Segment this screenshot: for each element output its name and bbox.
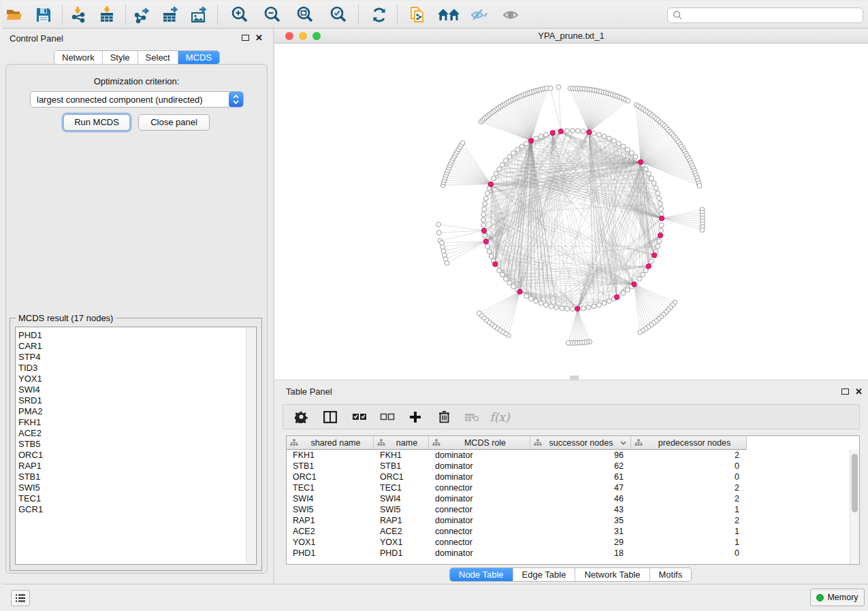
status-bar: Memory xyxy=(3,584,868,607)
delete-table-icon xyxy=(464,409,480,425)
result-item[interactable]: SRD1 xyxy=(18,395,244,406)
split-columns-icon[interactable] xyxy=(322,409,338,425)
tab-select[interactable]: Select xyxy=(138,51,178,64)
refresh-layout-icon[interactable] xyxy=(368,4,391,26)
result-item[interactable]: GCR1 xyxy=(18,504,244,515)
main-toolbar xyxy=(3,1,868,29)
result-item[interactable]: PHD1 xyxy=(18,330,244,341)
tab-motifs[interactable]: Motifs xyxy=(650,568,692,581)
table-row[interactable]: SWI4SWI4dominator462 xyxy=(287,493,859,504)
tab-mcds[interactable]: MCDS xyxy=(178,51,219,64)
first-neighbors-icon[interactable] xyxy=(437,4,460,26)
column-header-MCDS-role[interactable]: MCDS role xyxy=(429,436,530,450)
export-image-icon[interactable] xyxy=(187,4,210,26)
import-table-icon[interactable] xyxy=(95,4,118,26)
result-item[interactable]: ACE2 xyxy=(18,428,244,439)
close-table-panel-icon[interactable]: ✕ xyxy=(855,388,863,395)
mcds-result-list[interactable]: PHD1CAR1STP4TID3YOX1SWI4SRD1PMA2FKH1ACE2… xyxy=(15,327,257,565)
list-scrollbar[interactable] xyxy=(246,328,255,563)
zoom-in-icon[interactable] xyxy=(228,4,251,26)
sort-icon xyxy=(620,441,626,445)
optimization-dropdown[interactable]: largest connected component (undirected) xyxy=(30,91,244,108)
tab-edge-table[interactable]: Edge Table xyxy=(513,568,576,581)
result-item[interactable]: FKH1 xyxy=(18,417,244,428)
float-table-panel-icon[interactable] xyxy=(841,389,849,395)
export-table-icon[interactable] xyxy=(159,4,182,26)
table-row[interactable]: SWI5SWI5connector431 xyxy=(287,504,859,515)
result-item[interactable]: TID3 xyxy=(18,363,244,374)
float-panel-icon[interactable] xyxy=(242,35,249,41)
search-input[interactable] xyxy=(683,11,863,20)
table-row[interactable]: YOX1YOX1connector291 xyxy=(287,537,859,548)
tab-network[interactable]: Network xyxy=(54,51,103,64)
search-box[interactable] xyxy=(667,7,863,23)
gear-icon[interactable] xyxy=(293,409,309,425)
table-row[interactable]: ACE2ACE2connector311 xyxy=(287,526,859,537)
table-row[interactable]: RAP1RAP1dominator352 xyxy=(287,515,859,526)
table-panel-title: Table Panel xyxy=(286,386,332,397)
column-header-predecessor-nodes[interactable]: predecessor nodes xyxy=(631,436,747,450)
clone-network-icon[interactable] xyxy=(406,4,429,26)
optimization-label: Optimization criterion: xyxy=(0,76,273,86)
zoom-fit-icon[interactable] xyxy=(293,4,317,26)
tree-icon xyxy=(290,439,298,446)
table-row[interactable]: ORC1ORC1dominator610 xyxy=(287,472,859,482)
column-header-shared-name[interactable]: shared name xyxy=(287,436,374,450)
tab-network-table[interactable]: Network Table xyxy=(575,568,649,581)
unselect-all-icon[interactable] xyxy=(379,409,396,425)
function-builder-icon: f(x) xyxy=(492,409,508,425)
result-item[interactable]: SWI5 xyxy=(18,482,244,493)
delete-column-icon[interactable] xyxy=(436,409,452,425)
result-item[interactable]: YOX1 xyxy=(18,374,244,384)
table-row[interactable]: FKH1FKH1dominator962 xyxy=(287,450,859,461)
result-item[interactable]: CAR1 xyxy=(18,341,244,352)
export-network-icon[interactable] xyxy=(130,4,153,26)
show-all-icon[interactable] xyxy=(500,4,523,26)
table-row[interactable]: STB1STB1dominator620 xyxy=(287,461,859,472)
node-table[interactable]: shared namenameMCDS rolesuccessor nodesp… xyxy=(286,435,860,565)
table-row[interactable]: PHD1PHD1dominator180 xyxy=(287,548,859,559)
search-icon xyxy=(673,10,683,20)
add-column-icon[interactable] xyxy=(407,409,423,425)
tree-icon xyxy=(432,439,440,446)
memory-status-icon xyxy=(816,594,824,601)
table-scrollbar[interactable] xyxy=(850,450,859,564)
list-icon xyxy=(15,593,26,603)
zoom-selected-icon[interactable] xyxy=(327,4,350,26)
table-row[interactable]: TEC1TEC1connector472 xyxy=(287,482,859,493)
result-item[interactable]: ORC1 xyxy=(18,450,244,461)
result-item[interactable]: STB5 xyxy=(18,439,244,450)
select-all-icon[interactable] xyxy=(351,409,368,425)
memory-button[interactable]: Memory xyxy=(810,589,865,606)
save-icon[interactable] xyxy=(32,4,55,26)
task-history-button[interactable] xyxy=(11,590,30,606)
result-item[interactable]: STP4 xyxy=(18,352,244,363)
column-header-successor-nodes[interactable]: successor nodes xyxy=(530,436,631,450)
tree-icon xyxy=(377,439,385,446)
result-item[interactable]: RAP1 xyxy=(18,461,244,472)
column-header-name[interactable]: name xyxy=(374,436,429,450)
tab-style[interactable]: Style xyxy=(103,51,138,64)
result-item[interactable]: TEC1 xyxy=(18,493,244,504)
run-mcds-button[interactable]: Run MCDS xyxy=(63,114,130,131)
result-item[interactable]: STB1 xyxy=(18,472,244,482)
network-window-title: YPA_prune.txt_1 xyxy=(274,31,868,41)
table-toolbar: f(x) xyxy=(283,404,860,429)
table-tabs: Node TableEdge TableNetwork TableMotifs xyxy=(449,567,692,582)
tree-icon xyxy=(634,439,643,446)
network-window-titlebar[interactable]: YPA_prune.txt_1 xyxy=(274,29,868,44)
hide-selected-icon[interactable] xyxy=(468,4,491,26)
dropdown-stepper-icon xyxy=(229,92,243,107)
mcds-result-title: MCDS result (17 nodes) xyxy=(16,313,116,323)
result-item[interactable]: PMA2 xyxy=(18,406,244,417)
close-panel-icon[interactable]: ✕ xyxy=(255,34,263,42)
tab-node-table[interactable]: Node Table xyxy=(450,568,513,581)
import-network-icon[interactable] xyxy=(67,4,90,26)
open-folder-icon[interactable] xyxy=(3,4,26,26)
close-panel-button[interactable]: Close panel xyxy=(138,114,210,131)
network-graph[interactable] xyxy=(274,44,868,380)
network-view[interactable] xyxy=(274,44,868,380)
control-panel-title: Control Panel xyxy=(10,33,63,44)
zoom-out-icon[interactable] xyxy=(261,4,284,26)
result-item[interactable]: SWI4 xyxy=(18,384,244,395)
